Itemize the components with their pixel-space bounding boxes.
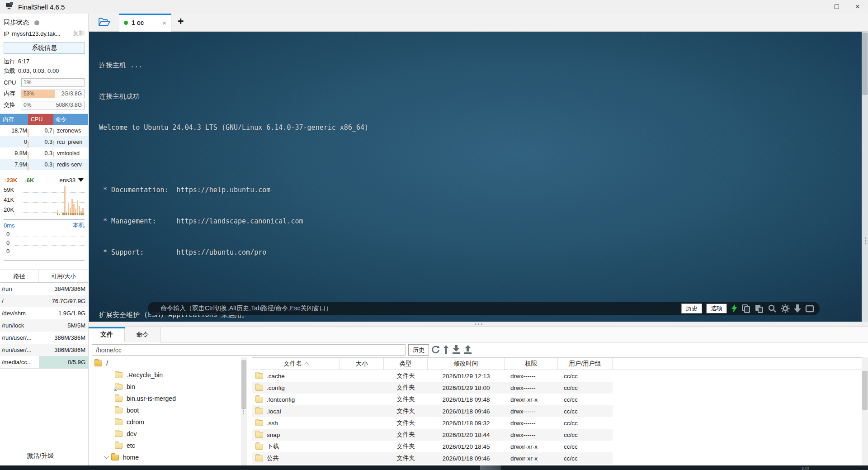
file-table-header: 文件名 大小 类型 修改时间 权限 用户/用户组 [252,357,862,370]
column-header-mtime[interactable]: 修改时间 [428,358,505,370]
minimize-button[interactable] [806,0,826,14]
disk-row[interactable]: /run/lock5M/5M [0,319,88,332]
file-row[interactable]: .config 文件夹 2026/01/29 18:00drwx------ c… [252,382,613,394]
copy-icon[interactable] [741,304,750,313]
tab-commands[interactable]: 命令 [125,327,160,342]
file-list-scrollbar[interactable] [862,357,868,465]
copy-ip-button[interactable]: 复制 [73,29,85,38]
quick-command-icon[interactable] [731,304,737,313]
process-row[interactable]: 0 0.3 rcu_preen [0,136,88,147]
folder-icon [255,444,263,450]
column-header-owner[interactable]: 用户/用户组 [558,358,613,370]
paste-icon[interactable] [755,304,764,313]
disk-row[interactable]: /76.7G/97.9G [0,295,88,307]
os-taskbar-strip: 18:0 [0,465,868,470]
folder-icon [255,420,263,426]
file-row[interactable]: .local 文件夹 2026/01/18 09:46drwx------ cc… [252,405,613,417]
folder-icon [115,396,123,402]
file-row[interactable]: .fontconfig 文件夹 2026/01/18 09:48drwxr-xr… [252,394,613,405]
close-button[interactable]: × [847,0,868,14]
tab-close-icon[interactable]: × [162,19,166,27]
swap-value: 508K/3.8G [56,101,82,109]
tab-files[interactable]: 文件 [89,327,125,342]
file-row[interactable]: .cache 文件夹 2026/01/29 12:13drwx------ cc… [252,370,613,382]
cpu-percent: 1% [24,79,31,86]
folder-icon [115,443,123,449]
tree-item[interactable]: bin [89,381,241,393]
tree-item[interactable]: etc [89,440,241,451]
file-row[interactable]: 公共 文件夹 2026/01/18 09:46drwxr-xr-x cc/cc [252,452,613,464]
maximize-button[interactable] [826,0,847,14]
disk-row[interactable]: /media/cc...0/5.9G [0,356,88,368]
folder-icon [255,397,263,403]
refresh-icon[interactable] [431,345,440,356]
new-tab-button[interactable]: + [178,15,184,28]
search-icon[interactable] [768,304,777,313]
open-connection-icon[interactable] [98,17,110,29]
settings-gear-icon[interactable] [781,304,790,313]
network-chart-bars [26,186,84,215]
download-file-icon[interactable] [452,345,460,356]
process-row[interactable]: 9.8M 0.3 vmtoolsd [0,147,88,159]
ping-target-selector[interactable]: 本机 [73,221,85,229]
terminal-tab[interactable]: 1 cc × [119,14,171,32]
upload-file-icon[interactable] [464,345,472,356]
process-row[interactable]: 18.7M 0.7 zeronews [0,125,88,136]
tree-item-home[interactable]: home [89,451,241,463]
ping-latency: 0ms [4,222,15,229]
folder-icon [115,419,123,425]
terminal-screen[interactable]: 连接主机 ... 连接主机成功 Welcome to Ubuntu 24.04.… [89,32,868,322]
terminal-tab-bar: 1 cc × + [89,14,868,32]
tree-resize-handle[interactable] [243,408,244,414]
download-rate: ↓6K [24,177,34,184]
system-info-button[interactable]: 系统信息 [4,42,85,54]
uptime-value: 6:17 [18,58,29,65]
ip-value: myssh123.dy.tak... [12,30,60,37]
connection-status-dot [124,21,128,25]
tree-item[interactable]: boot [89,404,241,416]
path-history-button[interactable]: 历史 [408,344,429,356]
terminal-scrollbar[interactable] [862,32,868,322]
disk-row[interactable]: /run/user/...386M/386M [0,332,88,344]
taskbar-window-button[interactable] [480,465,501,470]
memory-value: 2G/3.8G [61,90,82,98]
activate-upgrade-link[interactable]: 激活/升级 [0,452,81,460]
disk-row[interactable]: /run384M/386M [0,283,88,295]
command-input-bar[interactable]: 命令输入（双击Ctrl切换,Alt历史,Tab路径/命令,Esc关闭窗口） 历史… [148,302,820,315]
column-header-type[interactable]: 类型 [384,358,428,370]
history-button[interactable]: 历史 [681,304,702,313]
process-row[interactable]: 7.9M 0.3 redis-serv [0,159,88,170]
command-input-placeholder[interactable]: 命令输入（双击Ctrl切换,Alt历史,Tab路径/命令,Esc关闭窗口） [160,304,332,313]
parent-directory-icon[interactable] [443,345,449,356]
folder-icon [111,455,119,461]
disk-row[interactable]: /dev/shm1.9G/1.9G [0,307,88,319]
file-row[interactable]: snap 文件夹 2026/01/20 18:44drwx------ cc/c… [252,429,613,441]
file-row[interactable]: 下载 文件夹 2026/01/20 18:45drwxr-xr-x cc/cc [252,441,613,452]
folder-icon [115,372,123,378]
disk-row[interactable]: /run/user/...386M/386M [0,344,88,356]
file-row[interactable]: .ssh 文件夹 2026/01/18 09:32drwx------ cc/c… [252,417,613,429]
options-button[interactable]: 选项 [706,304,727,313]
tree-item[interactable]: .Recycle_bin [89,369,241,381]
chevron-expand-icon[interactable] [104,454,109,459]
tree-item-root[interactable]: / [89,357,241,369]
tree-item[interactable]: cdrom [89,416,241,428]
panel-splitter[interactable] [89,322,868,327]
download-arrow-icon[interactable] [794,304,801,313]
panel-resize-handle-vertical[interactable] [865,237,866,244]
tree-item[interactable]: bin.usr-is-merged [89,393,241,404]
tree-item[interactable]: dev [89,428,241,440]
sidebar: 同步状态 IP myssh123.dy.tak... 复制 系统信息 运行6:1… [0,14,89,465]
folder-icon [115,431,123,437]
network-interface-selector[interactable]: ens33 [60,177,75,184]
taskbar-clock: 18:0 [801,466,809,470]
path-input[interactable] [92,344,406,356]
column-header-name[interactable]: 文件名 [252,358,340,370]
window-mode-icon[interactable] [805,305,814,313]
column-header-size[interactable]: 大小 [340,358,384,370]
column-header-perm[interactable]: 权限 [505,358,558,370]
upload-rate: ↑23K [4,177,17,184]
file-panel-tabs: 文件 命令 [89,327,868,342]
process-table-header: 内存 CPU 命令 [0,114,88,125]
chevron-down-icon[interactable] [78,178,84,182]
